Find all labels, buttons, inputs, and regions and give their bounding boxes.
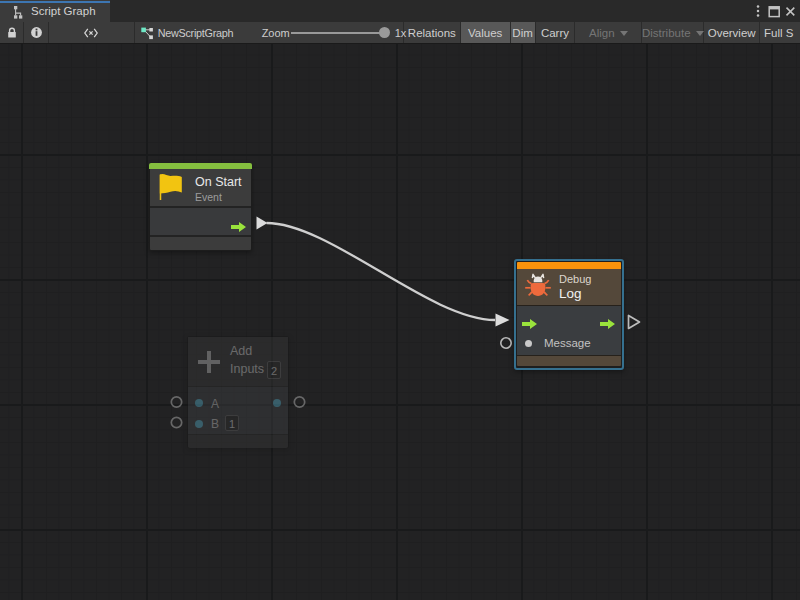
debug-header: Debug Log <box>517 269 621 305</box>
debug-enter-port[interactable] <box>522 315 537 325</box>
flag-icon <box>159 172 185 204</box>
values-button[interactable]: Values <box>461 22 511 43</box>
add-header: Add Inputs 2 <box>188 337 288 386</box>
code-x-icon <box>84 28 98 38</box>
add-port-a-label: A <box>211 397 219 411</box>
maximize-icon[interactable] <box>768 5 781 23</box>
add-title: Add <box>230 344 252 358</box>
add-input-count-field[interactable]: 2 <box>267 361 281 379</box>
kebab-menu-icon[interactable] <box>756 4 760 22</box>
fullscreen-button[interactable]: Full S <box>760 22 800 43</box>
align-button[interactable]: Align <box>575 22 642 43</box>
info-button[interactable] <box>24 22 48 43</box>
connection-start-arrow <box>257 217 268 230</box>
plus-icon <box>195 348 223 380</box>
close-icon[interactable] <box>784 5 797 23</box>
add-port-a-dot[interactable] <box>195 399 203 407</box>
distribute-button[interactable]: Distribute <box>642 22 704 43</box>
debug-footer <box>517 356 621 366</box>
debug-title: Log <box>559 286 582 301</box>
info-icon <box>30 26 43 39</box>
graph-header-section: NewScriptGraph Zoom 1x <box>135 22 404 43</box>
flow-connection <box>267 223 496 320</box>
script-graph-icon <box>14 5 23 23</box>
add-footer <box>188 435 288 448</box>
bug-icon <box>524 271 552 303</box>
zoom-slider-handle[interactable] <box>379 27 390 38</box>
node-add-ghost[interactable]: Add Inputs 2 A B 1 <box>187 336 289 448</box>
zoom-slider-track[interactable] <box>291 32 386 34</box>
on-start-footer <box>150 237 251 249</box>
align-caret-icon <box>620 31 628 36</box>
graph-name[interactable]: NewScriptGraph <box>158 22 234 43</box>
connection-layer <box>0 44 800 600</box>
add-subtitle: Inputs <box>230 362 264 376</box>
node-on-start[interactable]: On Start Event <box>149 163 252 251</box>
tab-script-graph[interactable]: Script Graph <box>0 0 110 22</box>
distribute-caret-icon <box>696 31 704 36</box>
graph-canvas[interactable]: On Start Event <box>0 44 800 600</box>
debug-surtitle: Debug <box>559 273 591 285</box>
dim-button[interactable]: Dim <box>511 22 536 43</box>
add-port-b-label: B <box>211 417 219 431</box>
zoom-label: Zoom <box>262 22 290 43</box>
debug-message-label: Message <box>544 337 591 349</box>
on-start-exit-port[interactable] <box>231 218 246 228</box>
add-output-dot[interactable] <box>273 399 281 407</box>
lock-button[interactable] <box>0 22 24 43</box>
graph-toolbar: NewScriptGraph Zoom 1x Relations Values … <box>0 22 800 44</box>
add-port-b-field[interactable]: 1 <box>225 415 239 431</box>
graph-asset-icon <box>141 26 154 44</box>
add-ports: A B 1 <box>188 386 288 435</box>
script-graph-window: Script Graph <box>0 0 800 600</box>
add-port-b-dot[interactable] <box>195 420 203 428</box>
debug-message-dot[interactable] <box>525 340 532 347</box>
connection-end-arrow <box>496 314 510 327</box>
lock-icon <box>6 27 18 39</box>
on-start-title: On Start <box>195 175 242 189</box>
on-start-header: On Start Event <box>150 169 251 206</box>
tab-label: Script Graph <box>31 0 96 22</box>
carry-button[interactable]: Carry <box>536 22 576 43</box>
relations-button[interactable]: Relations <box>404 22 461 43</box>
title-bar: Script Graph <box>0 0 800 22</box>
on-start-subtitle: Event <box>195 191 222 203</box>
node-debug-log[interactable]: Debug Log Message <box>514 259 624 370</box>
overview-button[interactable]: Overview <box>704 22 760 43</box>
debug-ports: Message <box>517 305 621 356</box>
debug-flow-output-port <box>629 316 640 329</box>
on-start-ports <box>150 206 251 237</box>
debug-exit-port[interactable] <box>600 315 615 325</box>
code-button[interactable] <box>49 22 135 43</box>
debug-message-input-port <box>501 338 511 348</box>
